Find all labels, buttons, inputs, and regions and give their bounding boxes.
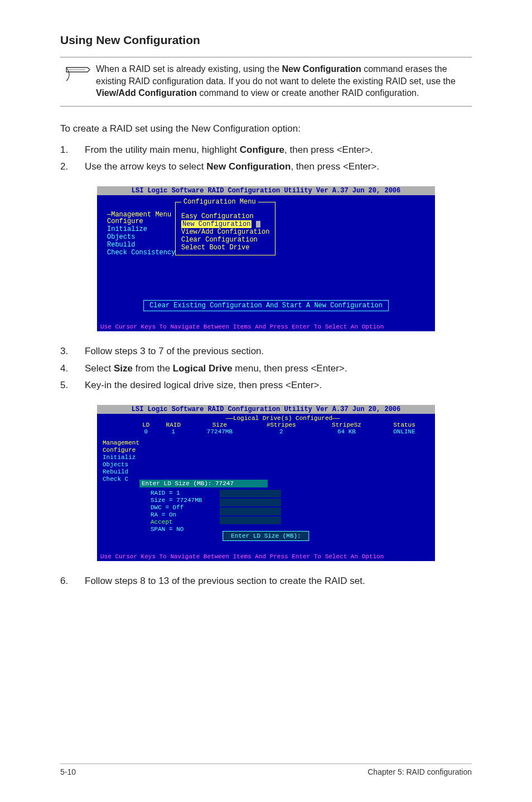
note-block: When a RAID set is already existing, usi… bbox=[60, 57, 472, 107]
step-number: 5. bbox=[60, 379, 85, 393]
step-text: From the utility main menu, highlight Co… bbox=[85, 143, 373, 157]
step-item: 6. Follow steps 8 to 13 of the previous … bbox=[60, 574, 472, 588]
bios2-param: SPAN = NO bbox=[151, 526, 202, 533]
bios2-subtitle: ——Logical Drive(s) Configured—— bbox=[136, 415, 429, 422]
bios2-left-item: Check C bbox=[103, 476, 139, 483]
note-bold-2: View/Add Configuration bbox=[96, 88, 197, 98]
bios2-enter-box: Enter LD Size (MB): bbox=[223, 531, 309, 541]
bios1-mgmt-item: Check Consistency bbox=[107, 249, 175, 257]
bios1-cursor-icon bbox=[256, 221, 260, 228]
bios2-left-label: Management bbox=[103, 439, 139, 447]
bios2-param: Size = 77247MB bbox=[151, 497, 202, 504]
note-text: When a RAID set is already existing, usi… bbox=[96, 63, 472, 99]
bios2-c: 1 bbox=[156, 428, 191, 435]
step-bold: Size bbox=[114, 363, 133, 374]
step-item: 3. Follow steps 3 to 7 of the previous s… bbox=[60, 345, 472, 359]
bios2-title: LSI Logic Software RAID Configuration Ut… bbox=[97, 405, 435, 414]
step-mid: from the bbox=[133, 363, 173, 374]
bios2-bar-icon bbox=[220, 516, 281, 524]
bios2-param: RAID = 1 bbox=[151, 490, 202, 497]
step-pre: From the utility main menu, highlight bbox=[85, 144, 240, 155]
bios2-c: ONLINE bbox=[379, 428, 429, 435]
bios1-conf-item: View/Add Configuration bbox=[181, 228, 269, 236]
bios1-mgmt-item: Configure bbox=[107, 218, 175, 225]
intro-paragraph: To create a RAID set using the New Confi… bbox=[60, 122, 472, 136]
bios2-left-item: Initializ bbox=[103, 454, 139, 461]
step-item: 5. Key-in the desired logical drive size… bbox=[60, 379, 472, 393]
bios2-c: 0 bbox=[136, 428, 156, 435]
page-footer: 5-10 Chapter 5: RAID configuration bbox=[60, 764, 472, 776]
step-post: menu, then press <Enter>. bbox=[233, 363, 347, 374]
bios1-conf-item: Easy Configuration bbox=[181, 212, 254, 220]
step-text: Follow steps 3 to 7 of the previous sect… bbox=[85, 345, 264, 359]
bios2-body: ——Logical Drive(s) Configured—— LD RAID … bbox=[97, 414, 435, 553]
bios2-h: Status bbox=[379, 422, 429, 428]
bios1-mgmt-item: Initialize bbox=[107, 225, 175, 233]
step-number: 1. bbox=[60, 143, 85, 157]
bios2-bar-icon bbox=[220, 508, 281, 515]
bios1-config-menu: Configuration Menu Easy Configuration Ne… bbox=[175, 202, 275, 255]
step-text: Select Size from the Logical Drive menu,… bbox=[85, 362, 347, 376]
bios-screenshot-1: LSI Logic Software RAID Configuration Ut… bbox=[96, 185, 436, 332]
bios2-footer: Use Cursor Keys To Navigate Between Item… bbox=[97, 553, 435, 561]
bios1-title: LSI Logic Software RAID Configuration Ut… bbox=[97, 186, 435, 195]
bios1-config-title: Configuration Menu bbox=[181, 198, 258, 206]
bios2-h: RAID bbox=[156, 422, 191, 428]
section-heading: Using New Configuration bbox=[60, 33, 472, 47]
page-number: 5-10 bbox=[60, 767, 76, 776]
bios1-conf-item: Clear Configuration bbox=[181, 236, 258, 244]
bios1-body: —Management Menu Configure Initialize Ob… bbox=[97, 195, 435, 323]
bios2-param: Accept bbox=[151, 519, 202, 526]
step-text: Follow steps 8 to 13 of the previous sec… bbox=[85, 574, 365, 588]
note-pencil-icon bbox=[60, 63, 96, 82]
step-number: 2. bbox=[60, 160, 85, 174]
step-number: 4. bbox=[60, 362, 85, 376]
step-item: 1. From the utility main menu, highlight… bbox=[60, 143, 472, 157]
step-post: , then press <Enter>. bbox=[284, 144, 373, 155]
bios1-mgmt-item: Objects bbox=[107, 233, 175, 241]
bios2-param: RA = On bbox=[151, 511, 202, 519]
step-item: 2. Use the arrow keys to select New Conf… bbox=[60, 160, 472, 174]
bios2-h: StripeSz bbox=[314, 422, 379, 428]
bios2-ld-header: ——Logical Drive(s) Configured—— LD RAID … bbox=[136, 415, 429, 435]
bios1-mgmt-list: Configure Initialize Objects Rebuild Che… bbox=[107, 218, 175, 257]
bios2-params: RAID = 1 Size = 77247MB DWC = Off RA = O… bbox=[151, 490, 202, 533]
note-text-1: When a RAID set is already existing, usi… bbox=[96, 64, 282, 74]
bios-screenshot-2: LSI Logic Software RAID Configuration Ut… bbox=[96, 404, 436, 562]
step-pre: Select bbox=[85, 363, 114, 374]
step-number: 3. bbox=[60, 345, 85, 359]
note-bold-1: New Configuration bbox=[282, 64, 361, 74]
chapter-label: Chapter 5: RAID configuration bbox=[367, 767, 472, 776]
step-text: Use the arrow keys to select New Configu… bbox=[85, 160, 379, 174]
bios2-param: DWC = Off bbox=[151, 504, 202, 511]
bios2-c: 77247MB bbox=[191, 428, 249, 435]
note-text-3: command to view or create another RAID c… bbox=[197, 88, 419, 98]
bios2-bar-icon bbox=[220, 490, 281, 497]
bios2-h: #Stripes bbox=[249, 422, 314, 428]
bios2-c: 2 bbox=[249, 428, 314, 435]
steps-list-b: 3. Follow steps 3 to 7 of the previous s… bbox=[60, 345, 472, 393]
bios2-size-input: Enter LD Size (MB): 77247 bbox=[139, 480, 268, 487]
step-pre: Use the arrow keys to select bbox=[85, 161, 206, 172]
bios2-c: 64 KB bbox=[314, 428, 379, 435]
bios2-h: Size bbox=[191, 422, 249, 428]
step-post: , then press <Enter>. bbox=[291, 161, 379, 172]
step-item: 4. Select Size from the Logical Drive me… bbox=[60, 362, 472, 376]
steps-list-a: 1. From the utility main menu, highlight… bbox=[60, 143, 472, 174]
bios2-left-list: Management Configure Initializ Objects R… bbox=[103, 439, 139, 483]
bios2-left-item: Objects bbox=[103, 461, 139, 468]
bios1-footer: Use Cursor Keys To Navigate Between Item… bbox=[97, 323, 435, 331]
steps-list-c: 6. Follow steps 8 to 13 of the previous … bbox=[60, 574, 472, 588]
step-text: Key-in the desired logical drive size, t… bbox=[85, 379, 322, 393]
bios2-bar-icon bbox=[220, 499, 281, 506]
bios1-status-message: Clear Existing Configuration And Start A… bbox=[143, 300, 389, 311]
step-bold: Configure bbox=[240, 144, 284, 155]
step-number: 6. bbox=[60, 574, 85, 588]
step-bold: New Configuration bbox=[206, 161, 291, 172]
bios1-conf-item: Select Boot Drive bbox=[181, 244, 249, 252]
bios2-left-item: Rebuild bbox=[103, 468, 139, 476]
bios2-left-item: Configure bbox=[103, 447, 139, 454]
step-bold: Logical Drive bbox=[173, 363, 233, 374]
bios1-mgmt-item: Rebuild bbox=[107, 241, 175, 249]
bios2-h: LD bbox=[136, 422, 156, 428]
